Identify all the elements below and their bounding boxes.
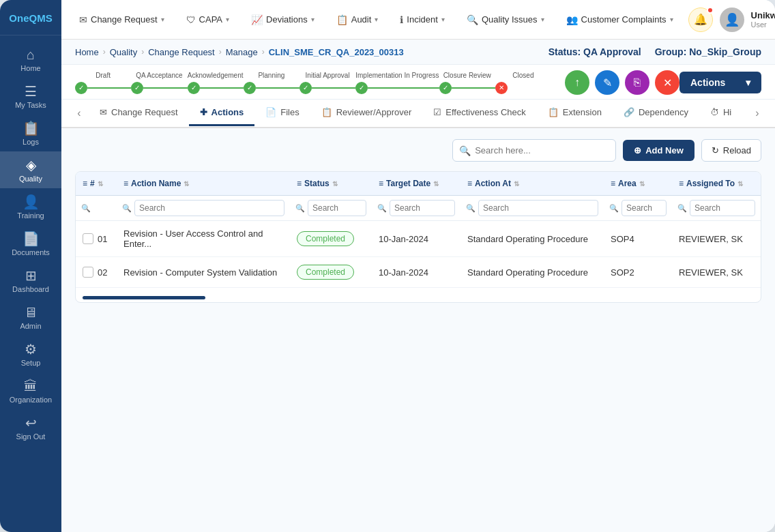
change-request-chevron-icon: ▾ xyxy=(161,16,164,23)
step-label-1: QA Acceptance xyxy=(136,72,182,79)
col-filter-icon-1[interactable]: ≡ xyxy=(123,179,128,188)
tab-extension[interactable]: 📋Extension xyxy=(537,100,613,126)
table-search-col-2: 🔍 xyxy=(290,196,372,220)
status-badge: Status: QA Approval xyxy=(549,46,641,57)
col-filter-icon-2[interactable]: ≡ xyxy=(297,179,302,188)
search-col-input-5[interactable] xyxy=(622,200,667,216)
sidebar-nav: ⌂Home☰My Tasks📋Logs◈Quality👤Training📄Doc… xyxy=(0,35,61,525)
notification-badge xyxy=(707,7,714,14)
workflow-action-delete-button[interactable]: ✕ xyxy=(655,70,679,95)
files-tab-icon: 📄 xyxy=(265,107,276,117)
sidebar-item-organization[interactable]: 🏛Organization xyxy=(0,372,61,409)
sidebar-item-sign-out[interactable]: ↩Sign Out xyxy=(0,409,61,446)
reviewer-approver-tab-icon: 📋 xyxy=(321,107,332,117)
nav-item-quality-issues[interactable]: 🔍Quality Issues▾ xyxy=(460,10,551,29)
tab-hi[interactable]: ⏱Hi xyxy=(699,100,742,126)
sort-icon-3[interactable]: ⇅ xyxy=(433,180,439,188)
breadcrumb-item-3[interactable]: Manage xyxy=(226,47,258,57)
table-body: 01 Revision - User Access Control and En… xyxy=(76,221,761,288)
nav-item-audit[interactable]: 📋Audit▾ xyxy=(330,10,385,29)
table-header-assigned-to: ≡Assigned To⇅ xyxy=(672,172,761,195)
extension-tab-icon: 📋 xyxy=(548,107,559,117)
tab-actions[interactable]: ✚Actions xyxy=(189,100,255,126)
search-col-input-2[interactable] xyxy=(308,200,366,216)
submit-icon: ↑ xyxy=(574,76,580,89)
content-area: 🔍 ⊕ Add New ↻ Reload ≡#⇅≡Action Name⇅≡St… xyxy=(61,128,775,532)
tab-reviewer-approver[interactable]: 📋Reviewer/Approver xyxy=(310,100,423,126)
search-col-icon-1: 🔍 xyxy=(122,204,132,213)
breadcrumb-item-0[interactable]: Home xyxy=(75,47,99,57)
tab-dependency[interactable]: 🔗Dependency xyxy=(613,100,699,126)
col-filter-icon-6[interactable]: ≡ xyxy=(679,179,684,188)
nav-item-deviations[interactable]: 📈Deviations▾ xyxy=(244,10,321,29)
table-header-area: ≡Area⇅ xyxy=(604,172,672,195)
step-label-0: Draft xyxy=(96,72,111,79)
workflow-action-edit-button[interactable]: ✎ xyxy=(595,70,619,95)
edit-icon: ✎ xyxy=(603,76,612,89)
col-filter-icon-5[interactable]: ≡ xyxy=(611,179,615,188)
tab-effectiveness-check[interactable]: ☑Effectiveness Check xyxy=(422,100,537,126)
cell-action-name-1: Revision - Computer System Validation xyxy=(117,260,290,285)
search-col-input-3[interactable] xyxy=(390,200,455,216)
sort-icon-4[interactable]: ⇅ xyxy=(514,180,519,188)
col-filter-icon-3[interactable]: ≡ xyxy=(379,179,383,188)
col-filter-icon-4[interactable]: ≡ xyxy=(467,179,472,188)
tab-change-request[interactable]: ✉Change Request xyxy=(89,100,189,126)
sort-icon-5[interactable]: ⇅ xyxy=(639,180,645,188)
cell-area-1: SOP2 xyxy=(604,260,672,285)
sort-icon-0[interactable]: ⇅ xyxy=(98,180,103,188)
search-col-input-6[interactable] xyxy=(690,200,755,216)
tab-prev-button[interactable]: ‹ xyxy=(70,100,89,127)
nav-item-change-request[interactable]: ✉Change Request▾ xyxy=(72,10,171,29)
tab-next-button[interactable]: › xyxy=(748,100,767,127)
row-checkbox-0[interactable] xyxy=(83,233,93,244)
step-line-0 xyxy=(87,87,131,89)
table-header-action-at: ≡Action At⇅ xyxy=(460,172,604,195)
search-icon: 🔍 xyxy=(459,145,471,156)
sidebar-item-home[interactable]: ⌂Home xyxy=(0,41,61,78)
tab-files[interactable]: 📄Files xyxy=(254,100,310,126)
nav-item-incident[interactable]: ℹIncident▾ xyxy=(393,10,452,29)
search-input[interactable] xyxy=(452,139,616,162)
nav-item-customer-complaints[interactable]: 👥Customer Complaints▾ xyxy=(559,10,680,29)
search-col-icon-5: 🔍 xyxy=(609,204,619,213)
workflow-action-submit-button[interactable]: ↑ xyxy=(565,70,589,95)
breadcrumb-separator: › xyxy=(219,47,222,57)
col-filter-icon-0[interactable]: ≡ xyxy=(83,179,87,188)
sort-icon-2[interactable]: ⇅ xyxy=(332,180,338,188)
table-search-col-4: 🔍 xyxy=(460,196,604,220)
workflow-step-1: QA Acceptance ✓ xyxy=(131,72,187,94)
sort-icon-6[interactable]: ⇅ xyxy=(737,180,743,188)
sidebar-item-dashboard[interactable]: ⊞Dashboard xyxy=(0,262,61,299)
breadcrumb-item-1[interactable]: Quality xyxy=(110,47,137,57)
user-role: User xyxy=(751,20,775,29)
search-col-input-1[interactable] xyxy=(134,200,284,216)
breadcrumb-item-2[interactable]: Change Request xyxy=(148,47,215,57)
breadcrumb: Home›Quality›Change Request›Manage›CLIN_… xyxy=(75,47,404,57)
row-checkbox-1[interactable] xyxy=(83,267,93,278)
sidebar-item-admin[interactable]: 🖥Admin xyxy=(0,299,61,336)
reload-button[interactable]: ↻ Reload xyxy=(701,139,761,162)
search-col-input-4[interactable] xyxy=(478,200,598,216)
step-label-3: Planning xyxy=(258,72,284,79)
workflow-step-3: Planning ✓ xyxy=(244,72,299,94)
notification-button[interactable]: 🔔 xyxy=(688,8,713,32)
main-content: ✉Change Request▾🛡CAPA▾📈Deviations▾📋Audit… xyxy=(61,0,775,532)
user-area[interactable]: Unikwan User ▾ xyxy=(751,10,775,29)
sort-icon-1[interactable]: ⇅ xyxy=(184,180,189,188)
add-new-button[interactable]: ⊕ Add New xyxy=(623,140,694,161)
nav-item-capa[interactable]: 🛡CAPA▾ xyxy=(179,10,236,29)
sidebar-item-my-tasks[interactable]: ☰My Tasks xyxy=(0,78,61,115)
customer-complaints-nav-icon: 👥 xyxy=(566,14,578,25)
workflow-action-copy-button[interactable]: ⎘ xyxy=(625,70,649,95)
add-icon: ⊕ xyxy=(634,145,641,156)
actions-dropdown[interactable]: Actions ▾ xyxy=(679,72,761,93)
step-label-5: Implementation In Progress xyxy=(355,72,439,79)
sidebar-item-quality[interactable]: ◈Quality xyxy=(0,151,61,188)
table-header-action-name: ≡Action Name⇅ xyxy=(117,172,290,195)
sidebar-item-logs[interactable]: 📋Logs xyxy=(0,115,61,151)
sidebar-item-setup[interactable]: ⚙Setup xyxy=(0,336,61,372)
sidebar-item-documents[interactable]: 📄Documents xyxy=(0,225,61,262)
sidebar-item-training[interactable]: 👤Training xyxy=(0,188,61,225)
table-header: ≡#⇅≡Action Name⇅≡Status⇅≡Target Date⇅≡Ac… xyxy=(76,172,761,196)
